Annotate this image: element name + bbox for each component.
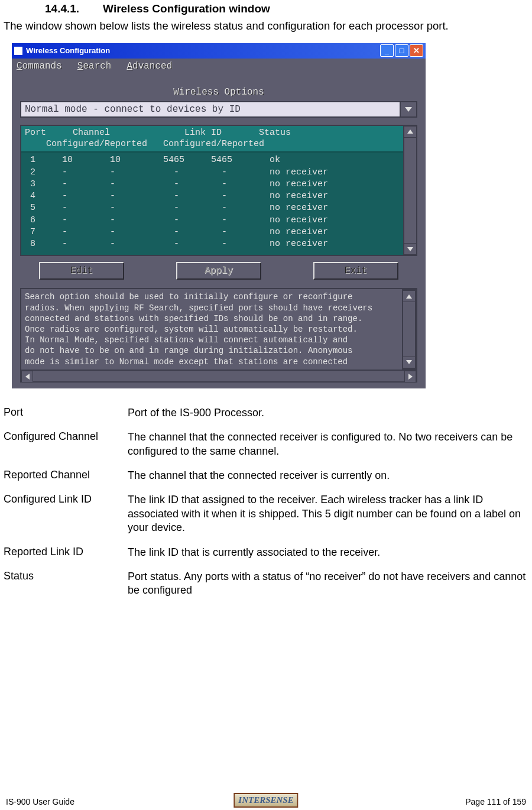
help-scroll-down[interactable] (403, 357, 416, 368)
port-table[interactable]: Port Channel Link ID Status Configured/R… (20, 125, 404, 257)
help-scroll-right[interactable] (404, 371, 416, 383)
mode-dropdown[interactable]: Normal mode - connect to devices by ID (20, 101, 417, 118)
mode-dropdown-value: Normal mode - connect to devices by ID (21, 102, 400, 116)
arrow-left-icon (25, 374, 30, 380)
close-button[interactable]: ✕ (410, 44, 423, 57)
exit-button[interactable]: Exit (313, 262, 398, 280)
help-scroll-up[interactable] (403, 290, 416, 302)
section-number: 14.4.1. (45, 2, 79, 15)
scroll-down-button[interactable] (404, 243, 417, 255)
help-scrollbar-v[interactable] (402, 289, 416, 369)
arrow-up-icon (406, 294, 412, 299)
footer-logo: INTERSENSE (233, 793, 298, 808)
intro-text: The window shown below lists the wireles… (4, 19, 528, 34)
section-heading: 14.4.1.Wireless Configuration window (45, 2, 528, 15)
def-port: PortPort of the IS-900 Processor. (4, 406, 528, 420)
window-title: Wireless Configuration (26, 46, 380, 55)
menu-advanced[interactable]: Advanced (126, 61, 172, 72)
port-table-header: Port Channel Link ID Status Configured/R… (21, 126, 403, 153)
menu-commands[interactable]: Commands (17, 61, 62, 72)
def-configured-linkid: Configured Link IDThe link ID that assig… (4, 493, 528, 534)
port-table-rows: 1 10 10 5465 5465 ok 2 - - - - no receiv… (21, 153, 403, 255)
dropdown-button[interactable] (400, 102, 416, 116)
arrow-down-icon (406, 360, 412, 364)
footer-right: Page 111 of 159 (465, 797, 526, 806)
app-icon (14, 47, 22, 55)
def-configured-channel: Configured ChannelThe channel that the c… (4, 430, 528, 458)
wireless-config-window: Wireless Configuration _ □ ✕ Commands Se… (12, 43, 426, 388)
arrow-up-icon (407, 129, 413, 134)
maximize-button[interactable]: □ (395, 44, 408, 57)
help-area: Search option should be used to initiall… (20, 288, 417, 382)
port-table-container: Port Channel Link ID Status Configured/R… (20, 125, 417, 257)
footer-left: IS-900 User Guide (6, 797, 74, 806)
apply-button[interactable]: Apply (176, 262, 261, 280)
minimize-button[interactable]: _ (380, 44, 394, 57)
arrow-right-icon (408, 374, 413, 380)
help-scrollbar-h[interactable] (20, 371, 417, 383)
options-header: Wireless Options (15, 87, 422, 98)
help-scroll-left[interactable] (21, 371, 33, 383)
def-status: StatusPort status. Any ports with a stat… (4, 570, 528, 598)
titlebar[interactable]: Wireless Configuration _ □ ✕ (12, 43, 426, 59)
edit-button[interactable]: Edit (39, 262, 124, 280)
def-reported-channel: Reported ChannelThe channel that the con… (4, 469, 528, 482)
definitions-list: PortPort of the IS-900 Processor. Config… (4, 406, 528, 598)
button-row: Edit Apply Exit (15, 261, 422, 284)
def-reported-linkid: Reported Link IDThe link ID that is curr… (4, 546, 528, 559)
help-text: Search option should be used to initiall… (21, 289, 402, 369)
menubar: Commands Search Advanced (12, 59, 426, 74)
arrow-down-icon (407, 247, 413, 251)
scroll-up-button[interactable] (404, 126, 417, 138)
chevron-down-icon (405, 107, 412, 112)
table-scrollbar[interactable] (404, 125, 417, 257)
section-title: Wireless Configuration window (103, 2, 270, 15)
page-footer: IS-900 User Guide Page 111 of 159 INTERS… (6, 797, 526, 806)
menu-search[interactable]: Search (77, 61, 112, 72)
